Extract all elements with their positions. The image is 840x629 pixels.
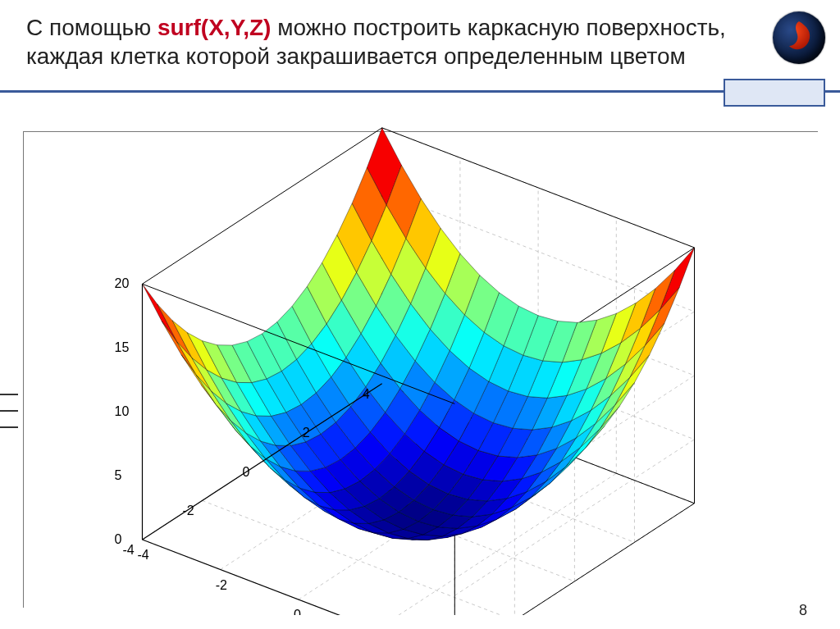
- tick-mark: [0, 410, 18, 412]
- svg-text:20: 20: [114, 276, 129, 290]
- svg-text:-2: -2: [216, 578, 227, 592]
- svg-text:-4: -4: [122, 543, 134, 557]
- svg-marker-115: [660, 248, 694, 310]
- svg-line-293: [142, 540, 454, 615]
- code-command: surf(X,Y,Z): [158, 15, 271, 40]
- svg-text:0: 0: [294, 608, 301, 615]
- svg-text:10: 10: [114, 404, 129, 418]
- svg-text:2: 2: [303, 426, 310, 440]
- svg-text:0: 0: [114, 532, 121, 546]
- svg-text:4: 4: [363, 387, 370, 401]
- flame-logo-icon: [773, 11, 825, 64]
- svg-text:-2: -2: [183, 504, 194, 517]
- svg-marker-96: [158, 304, 192, 358]
- decorative-ribbon: [724, 79, 825, 107]
- svg-text:15: 15: [114, 340, 129, 354]
- svg-text:0: 0: [243, 465, 250, 479]
- side-ticks: [0, 394, 25, 443]
- svg-text:5: 5: [114, 468, 121, 482]
- svg-marker-75: [143, 284, 177, 341]
- svg-line-25: [142, 540, 454, 615]
- text-prefix: С помощью: [26, 15, 158, 40]
- surf-3d-plot: 05101520-4-2024-4-2024: [33, 123, 804, 615]
- divider-line: [0, 90, 840, 93]
- tick-mark: [0, 394, 18, 395]
- page-number: 8: [799, 602, 807, 619]
- tick-mark: [0, 426, 18, 428]
- slide-title-text: С помощью surf(X,Y,Z) можно построить ка…: [26, 13, 748, 71]
- svg-text:-4: -4: [137, 548, 148, 562]
